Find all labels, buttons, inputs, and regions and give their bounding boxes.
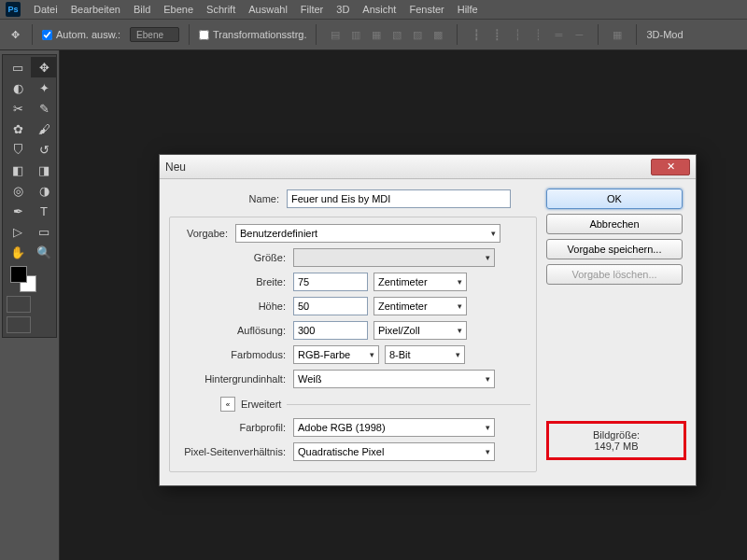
pen-tool-icon[interactable]: ✒ bbox=[5, 201, 31, 221]
save-preset-button[interactable]: Vorgabe speichern... bbox=[546, 239, 683, 259]
eraser-tool-icon[interactable]: ◧ bbox=[5, 160, 31, 180]
type-tool-icon[interactable]: T bbox=[31, 201, 57, 221]
quickmask-icon[interactable] bbox=[7, 296, 31, 313]
name-label: Name: bbox=[169, 193, 281, 204]
arrange-icon[interactable]: ▦ bbox=[608, 25, 627, 44]
width-unit-dropdown[interactable]: Zentimeter bbox=[374, 273, 467, 291]
menu-auswahl[interactable]: Auswahl bbox=[248, 4, 288, 15]
align-icon[interactable]: ▥ bbox=[346, 25, 365, 44]
menu-ansicht[interactable]: Ansicht bbox=[362, 4, 396, 15]
menu-hilfe[interactable]: Hilfe bbox=[458, 4, 478, 15]
preset-dropdown[interactable]: Benutzerdefiniert bbox=[235, 224, 500, 243]
cancel-button[interactable]: Abbrechen bbox=[546, 214, 683, 234]
divider bbox=[636, 24, 637, 45]
color-swatches[interactable] bbox=[5, 262, 54, 294]
size-label: Größe: bbox=[176, 252, 288, 263]
distribute-icon[interactable]: ═ bbox=[549, 25, 568, 44]
align-icon[interactable]: ▤ bbox=[326, 25, 345, 44]
distribute-icon[interactable]: ┆ bbox=[508, 25, 527, 44]
align-icon[interactable]: ▨ bbox=[408, 25, 427, 44]
auto-select-checkbox[interactable]: Autom. ausw.: bbox=[42, 29, 120, 40]
align-group: ▤ ▥ ▦ ▧ ▨ ▩ bbox=[326, 25, 447, 44]
divider bbox=[316, 24, 317, 45]
colormode-dropdown[interactable]: RGB-Farbe bbox=[293, 345, 379, 364]
menu-datei[interactable]: Datei bbox=[34, 4, 58, 15]
menu-3d[interactable]: 3D bbox=[336, 4, 349, 15]
mode-3d-label[interactable]: 3D-Mod bbox=[646, 29, 683, 40]
menu-bild[interactable]: Bild bbox=[134, 4, 150, 15]
height-label: Höhe: bbox=[176, 301, 288, 312]
image-size-indicator: Bildgröße: 149,7 MB bbox=[546, 421, 686, 460]
align-icon[interactable]: ▧ bbox=[388, 25, 406, 44]
eyedropper-tool-icon[interactable]: ✎ bbox=[31, 98, 57, 119]
align-icon[interactable]: ▦ bbox=[367, 25, 386, 44]
menu-schrift[interactable]: Schrift bbox=[206, 4, 235, 15]
hand-tool-icon[interactable]: ✋ bbox=[5, 242, 31, 262]
distribute-icon[interactable]: ┇ bbox=[467, 25, 486, 44]
resolution-unit-dropdown[interactable]: Pixel/Zoll bbox=[374, 321, 467, 340]
transform-controls-checkbox[interactable]: Transformationsstrg. bbox=[199, 29, 306, 40]
colorprofile-dropdown[interactable]: Adobe RGB (1998) bbox=[293, 418, 495, 437]
advanced-label: Erweitert bbox=[241, 399, 281, 410]
image-size-label: Bildgröße: bbox=[560, 429, 672, 441]
shape-tool-icon[interactable]: ▭ bbox=[31, 221, 57, 242]
move-tool-icon[interactable]: ✥ bbox=[31, 57, 57, 77]
ok-button[interactable]: OK bbox=[546, 189, 683, 209]
distribute-group: ┇ ┋ ┆ ┊ ═ ─ bbox=[467, 25, 588, 44]
crop-tool-icon[interactable]: ✂ bbox=[5, 98, 31, 119]
lasso-tool-icon[interactable]: ◐ bbox=[5, 77, 31, 98]
distribute-icon[interactable]: ┋ bbox=[487, 25, 506, 44]
advanced-toggle[interactable]: « bbox=[220, 397, 235, 412]
marquee-tool-icon[interactable]: ▭ bbox=[5, 57, 31, 77]
menu-fenster[interactable]: Fenster bbox=[409, 4, 444, 15]
dialog-titlebar[interactable]: Neu ✕ bbox=[160, 155, 696, 179]
name-input[interactable] bbox=[287, 189, 511, 208]
close-button[interactable]: ✕ bbox=[651, 159, 690, 175]
width-input[interactable] bbox=[293, 273, 368, 291]
colorprofile-label: Farbprofil: bbox=[176, 422, 288, 433]
size-dropdown bbox=[293, 248, 495, 267]
distribute-icon[interactable]: ┊ bbox=[529, 25, 547, 44]
bitdepth-dropdown[interactable]: 8-Bit bbox=[385, 345, 465, 364]
bgcontent-dropdown[interactable]: Weiß bbox=[293, 370, 495, 388]
resolution-label: Auflösung: bbox=[176, 325, 288, 336]
height-unit-dropdown[interactable]: Zentimeter bbox=[374, 297, 467, 315]
width-label: Breite: bbox=[176, 276, 288, 287]
menu-bearbeiten[interactable]: Bearbeiten bbox=[71, 4, 120, 15]
auto-select-target-dropdown[interactable]: Ebene bbox=[130, 27, 179, 42]
dodge-tool-icon[interactable]: ◑ bbox=[31, 180, 57, 201]
zoom-tool-icon[interactable]: 🔍 bbox=[31, 242, 57, 262]
delete-preset-button: Vorgabe löschen... bbox=[546, 264, 683, 285]
preset-label: Vorgabe: bbox=[176, 228, 230, 239]
magic-wand-tool-icon[interactable]: ✦ bbox=[31, 77, 57, 98]
tools-panel: ▭ ✥ ◐ ✦ ✂ ✎ ✿ 🖌 ⛉ ↺ ◧ ◨ ◎ ◑ ✒ T ▷ ▭ ✋ 🔍 bbox=[0, 50, 60, 560]
resolution-input[interactable] bbox=[293, 321, 368, 340]
pixelaspect-label: Pixel-Seitenverhältnis: bbox=[176, 446, 288, 457]
image-size-value: 149,7 MB bbox=[560, 441, 672, 452]
menu-ebene[interactable]: Ebene bbox=[163, 4, 193, 15]
foreground-swatch[interactable] bbox=[10, 266, 27, 283]
app-menu-bar: Ps Datei Bearbeiten Bild Ebene Schrift A… bbox=[0, 0, 747, 19]
menu-filter[interactable]: Filter bbox=[301, 4, 323, 15]
path-select-tool-icon[interactable]: ▷ bbox=[5, 221, 31, 242]
transform-controls-label: Transformationsstrg. bbox=[213, 29, 306, 40]
screenmode-icon[interactable] bbox=[7, 316, 31, 333]
divider bbox=[598, 24, 599, 45]
blur-tool-icon[interactable]: ◎ bbox=[5, 180, 31, 201]
align-icon[interactable]: ▩ bbox=[429, 25, 447, 44]
auto-select-input[interactable] bbox=[42, 30, 52, 40]
height-input[interactable] bbox=[293, 297, 368, 315]
history-brush-tool-icon[interactable]: ↺ bbox=[31, 139, 57, 160]
gradient-tool-icon[interactable]: ◨ bbox=[31, 160, 57, 180]
stamp-tool-icon[interactable]: ⛉ bbox=[5, 139, 31, 160]
colormode-label: Farbmodus: bbox=[176, 349, 288, 360]
app-logo: Ps bbox=[6, 2, 21, 17]
brush-tool-icon[interactable]: 🖌 bbox=[31, 119, 57, 139]
transform-controls-input[interactable] bbox=[199, 30, 209, 40]
new-document-dialog: Neu ✕ Name: Vorgabe: Benutzerdefiniert G… bbox=[159, 154, 697, 486]
pixelaspect-dropdown[interactable]: Quadratische Pixel bbox=[293, 442, 495, 461]
distribute-icon[interactable]: ─ bbox=[570, 25, 588, 44]
healing-tool-icon[interactable]: ✿ bbox=[5, 119, 31, 139]
dialog-title-text: Neu bbox=[165, 161, 651, 174]
divider bbox=[457, 24, 458, 45]
